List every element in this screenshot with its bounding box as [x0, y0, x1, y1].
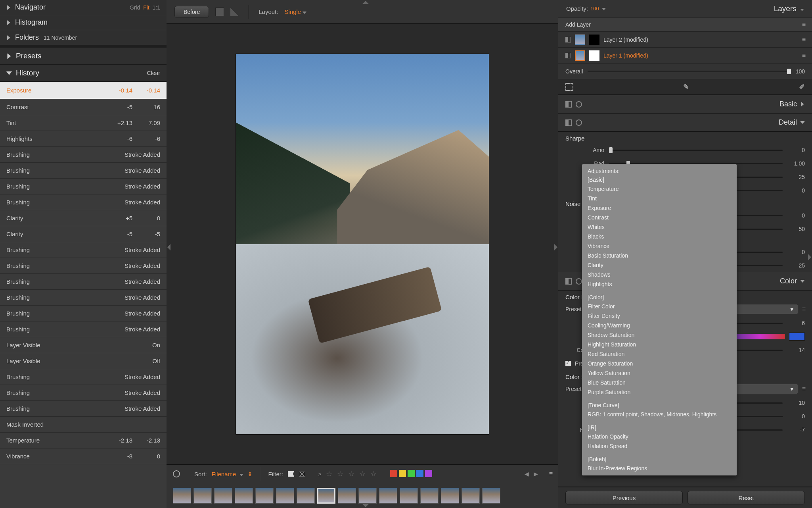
reset-button[interactable]: Reset [688, 491, 805, 504]
flag-pick-icon[interactable] [288, 471, 294, 477]
layer-visibility-icon[interactable] [565, 37, 571, 42]
flag-reject-icon[interactable] [299, 471, 305, 477]
dropdown-item[interactable]: Cooling/Warming [582, 321, 737, 330]
sort-dropdown[interactable]: Filename [212, 471, 243, 477]
dropdown-item[interactable]: Tint [582, 194, 737, 203]
history-row[interactable]: Tint+2.137.09 [0, 115, 167, 131]
history-row[interactable]: BrushingStroke Added [0, 306, 167, 321]
panel-toggle-icon[interactable] [565, 278, 572, 285]
history-row[interactable]: Temperature-2.13-2.13 [0, 433, 167, 448]
brush-in-icon[interactable]: ✎ [683, 83, 689, 91]
dropdown-item[interactable]: Basic Saturation [582, 251, 737, 260]
filmstrip-thumb[interactable] [379, 488, 397, 504]
history-row[interactable]: BrushingStroke Added [0, 385, 167, 401]
layout-dropdown[interactable]: Single [284, 8, 306, 15]
filmstrip-thumb[interactable] [358, 488, 377, 504]
dropdown-item[interactable]: Exposure [582, 203, 737, 213]
filmstrip-thumb[interactable] [173, 488, 191, 504]
prev-page-icon[interactable]: ◀ [525, 471, 529, 477]
gear-icon[interactable] [173, 470, 180, 477]
add-layer-button[interactable]: Add Layer ≡ [558, 17, 812, 32]
menu-icon[interactable]: ≡ [802, 306, 805, 313]
detail-panel-header[interactable]: Detail [558, 114, 812, 132]
history-panel-header[interactable]: History Clear [0, 65, 167, 82]
filmstrip-thumb[interactable] [441, 488, 459, 504]
next-page-icon[interactable]: ▶ [534, 471, 538, 477]
filmstrip-thumb[interactable] [214, 488, 232, 504]
history-clear-button[interactable]: Clear [147, 70, 160, 76]
dropdown-item[interactable]: Purple Saturation [582, 387, 737, 397]
dropdown-item[interactable]: Temperature [582, 184, 737, 194]
dropdown-item[interactable]: Blacks [582, 232, 737, 241]
layer-mask-thumb[interactable] [589, 35, 599, 45]
dropdown-item[interactable]: RGB: 1 control point, Shadows, Midtones,… [582, 410, 737, 419]
crop-icon[interactable] [565, 83, 573, 91]
layer-visibility-icon[interactable] [565, 53, 571, 58]
star-3-icon[interactable]: ☆ [348, 470, 354, 478]
color-filter-swatch[interactable] [408, 470, 415, 477]
dropdown-item[interactable]: Contrast [582, 213, 737, 222]
star-1-icon[interactable]: ☆ [326, 470, 332, 478]
filmstrip-thumb[interactable] [462, 488, 480, 504]
opacity-value[interactable]: 100 [590, 6, 606, 12]
star-4-icon[interactable]: ☆ [359, 470, 366, 478]
history-row[interactable]: BrushingStroke Added [0, 147, 167, 163]
dropdown-item[interactable]: Shadow Saturation [582, 330, 737, 340]
history-row[interactable]: BrushingStroke Added [0, 194, 167, 210]
filmstrip-thumb[interactable] [235, 488, 253, 504]
filmstrip-thumb[interactable] [276, 488, 294, 504]
panel-reset-icon[interactable] [576, 119, 582, 126]
history-row[interactable]: Layer VisibleOff [0, 353, 167, 369]
adjustments-dropdown[interactable]: Adjustments:[Basic]TemperatureTintExposu… [582, 164, 737, 475]
dropdown-item[interactable]: Filter Density [582, 311, 737, 321]
before-button[interactable]: Before [174, 6, 209, 18]
rating-gte-icon[interactable]: ≥ [318, 471, 321, 477]
menu-icon[interactable]: ≡ [802, 385, 805, 393]
dropdown-item[interactable]: Highlights [582, 279, 737, 289]
expand-right-edge-icon[interactable] [808, 254, 811, 260]
menu-icon[interactable]: ≡ [802, 52, 805, 59]
dropdown-item[interactable]: Halation Spread [582, 441, 737, 451]
menu-icon[interactable]: ≡ [802, 36, 805, 43]
history-row[interactable]: BrushingStroke Added [0, 321, 167, 337]
expand-top-icon[interactable] [362, 1, 369, 4]
history-row[interactable]: Clarity-5-5 [0, 226, 167, 242]
expand-bottom-icon[interactable] [362, 504, 369, 507]
panel-reset-icon[interactable] [576, 101, 582, 108]
dropdown-item[interactable]: Filter Color [582, 302, 737, 311]
filmstrip-thumb[interactable] [400, 488, 418, 504]
history-row[interactable]: BrushingStroke Added [0, 369, 167, 385]
filmstrip-thumb[interactable] [482, 488, 500, 504]
panel-toggle-icon[interactable] [565, 119, 572, 126]
color-filter-swatch[interactable] [390, 470, 397, 477]
star-5-icon[interactable]: ☆ [370, 470, 377, 478]
layer-row[interactable]: Layer 2 (modified) ≡ [558, 32, 812, 48]
panel-toggle-icon[interactable] [565, 101, 572, 108]
history-row[interactable]: Layer VisibleOn [0, 337, 167, 353]
brush-out-icon[interactable]: ✐ [799, 83, 805, 91]
filmstrip-thumb[interactable] [420, 488, 439, 504]
diagonal-split-icon[interactable] [230, 8, 239, 16]
navigator-panel[interactable]: Navigator Grid Fit 1:1 [0, 0, 167, 15]
history-row[interactable]: BrushingStroke Added [0, 258, 167, 274]
color-swatch[interactable] [789, 333, 805, 341]
history-row[interactable]: BrushingStroke Added [0, 163, 167, 179]
color-filter-swatch[interactable] [399, 470, 406, 477]
histogram-panel[interactable]: Histogram [0, 15, 167, 30]
dropdown-item[interactable]: Yellow Saturation [582, 368, 737, 378]
dropdown-item[interactable]: Blue Saturation [582, 378, 737, 387]
dropdown-item[interactable]: Clarity [582, 260, 737, 270]
color-filter-swatch[interactable] [425, 470, 432, 477]
filmstrip-thumb[interactable] [338, 488, 356, 504]
sort-direction-icon[interactable]: ▲▼ [248, 471, 252, 477]
history-row[interactable]: Contrast-516 [0, 99, 167, 115]
filmstrip-thumb[interactable] [193, 488, 212, 504]
history-row[interactable]: BrushingStroke Added [0, 401, 167, 417]
basic-panel-header[interactable]: Basic [558, 95, 812, 114]
dropdown-item[interactable]: Orange Saturation [582, 359, 737, 368]
previous-button[interactable]: Previous [565, 491, 683, 504]
dropdown-item[interactable]: Blur In-Preview Regions [582, 464, 737, 473]
history-row[interactable]: Vibrance-80 [0, 448, 167, 464]
menu-icon[interactable]: ≡ [802, 21, 805, 28]
layer-mask-thumb[interactable] [589, 50, 599, 61]
